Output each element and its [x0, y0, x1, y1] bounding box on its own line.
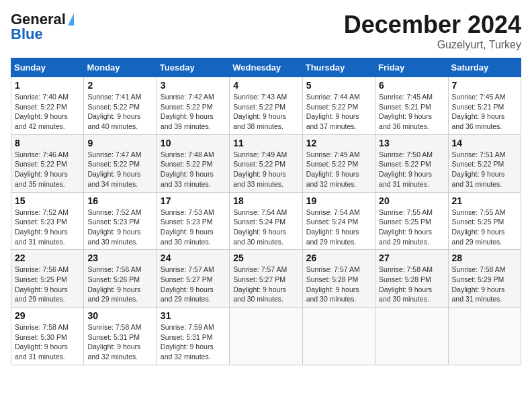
calendar-cell [375, 308, 448, 365]
calendar-week-5: 29 Sunrise: 7:58 AM Sunset: 5:30 PM Dayl… [11, 308, 521, 365]
logo: General Blue [11, 11, 74, 43]
calendar-cell: 1 Sunrise: 7:40 AM Sunset: 5:22 PM Dayli… [11, 77, 84, 135]
calendar-cell: 4 Sunrise: 7:43 AM Sunset: 5:22 PM Dayli… [230, 77, 302, 135]
day-info: Sunrise: 7:55 AM Sunset: 5:25 PM Dayligh… [452, 208, 517, 247]
day-number: 27 [379, 253, 444, 263]
day-info: Sunrise: 7:49 AM Sunset: 5:22 PM Dayligh… [306, 150, 371, 189]
calendar-cell: 17 Sunrise: 7:53 AM Sunset: 5:23 PM Dayl… [157, 192, 229, 250]
day-info: Sunrise: 7:57 AM Sunset: 5:28 PM Dayligh… [306, 265, 371, 304]
day-info: Sunrise: 7:57 AM Sunset: 5:27 PM Dayligh… [161, 265, 226, 304]
day-info: Sunrise: 7:43 AM Sunset: 5:22 PM Dayligh… [233, 92, 298, 132]
calendar-cell: 27 Sunrise: 7:58 AM Sunset: 5:28 PM Dayl… [375, 250, 448, 308]
day-number: 1 [15, 80, 80, 91]
calendar-cell: 18 Sunrise: 7:54 AM Sunset: 5:24 PM Dayl… [230, 192, 302, 250]
weekday-header-wednesday: Wednesday [230, 58, 302, 77]
day-info: Sunrise: 7:42 AM Sunset: 5:22 PM Dayligh… [161, 92, 226, 132]
day-info: Sunrise: 7:41 AM Sunset: 5:22 PM Dayligh… [87, 92, 152, 132]
calendar-cell: 26 Sunrise: 7:57 AM Sunset: 5:28 PM Dayl… [302, 250, 375, 308]
day-number: 10 [161, 138, 226, 148]
day-info: Sunrise: 7:52 AM Sunset: 5:23 PM Dayligh… [15, 208, 80, 247]
day-number: 6 [379, 80, 444, 91]
weekday-header-sunday: Sunday [11, 58, 84, 77]
day-info: Sunrise: 7:40 AM Sunset: 5:22 PM Dayligh… [15, 92, 80, 132]
calendar-cell: 5 Sunrise: 7:44 AM Sunset: 5:22 PM Dayli… [302, 77, 375, 135]
day-number: 18 [233, 195, 298, 206]
day-info: Sunrise: 7:51 AM Sunset: 5:22 PM Dayligh… [452, 150, 517, 189]
calendar-cell: 19 Sunrise: 7:54 AM Sunset: 5:24 PM Dayl… [302, 192, 375, 250]
day-number: 11 [233, 138, 298, 148]
calendar-cell: 29 Sunrise: 7:58 AM Sunset: 5:30 PM Dayl… [11, 308, 84, 365]
day-number: 16 [87, 195, 152, 206]
calendar-cell: 16 Sunrise: 7:52 AM Sunset: 5:23 PM Dayl… [84, 192, 157, 250]
day-number: 22 [15, 253, 80, 263]
calendar-cell [448, 308, 521, 365]
location-subtitle: Guzelyurt, Turkey [344, 39, 521, 51]
day-number: 3 [161, 80, 226, 91]
day-number: 13 [379, 138, 444, 148]
day-number: 7 [452, 80, 517, 91]
day-info: Sunrise: 7:45 AM Sunset: 5:21 PM Dayligh… [452, 92, 517, 132]
day-info: Sunrise: 7:54 AM Sunset: 5:24 PM Dayligh… [306, 208, 371, 247]
day-number: 31 [161, 310, 226, 321]
day-number: 29 [15, 310, 80, 321]
calendar-cell [302, 308, 375, 365]
calendar-cell: 2 Sunrise: 7:41 AM Sunset: 5:22 PM Dayli… [84, 77, 157, 135]
month-title: December 2024 [344, 11, 521, 39]
day-number: 4 [233, 80, 298, 91]
calendar-cell [230, 308, 302, 365]
day-number: 28 [452, 253, 517, 263]
day-number: 14 [452, 138, 517, 148]
day-info: Sunrise: 7:53 AM Sunset: 5:23 PM Dayligh… [161, 208, 226, 247]
weekday-header-thursday: Thursday [302, 58, 375, 77]
calendar-cell: 28 Sunrise: 7:58 AM Sunset: 5:29 PM Dayl… [448, 250, 521, 308]
day-number: 26 [306, 253, 371, 263]
page-header: General Blue December 2024 Guzelyurt, Tu… [11, 11, 521, 51]
day-number: 30 [87, 310, 152, 321]
weekday-header-friday: Friday [375, 58, 448, 77]
day-number: 19 [306, 195, 371, 206]
day-info: Sunrise: 7:49 AM Sunset: 5:22 PM Dayligh… [233, 150, 298, 189]
calendar-cell: 8 Sunrise: 7:46 AM Sunset: 5:22 PM Dayli… [11, 134, 84, 192]
calendar-cell: 30 Sunrise: 7:58 AM Sunset: 5:31 PM Dayl… [84, 308, 157, 365]
calendar-cell: 10 Sunrise: 7:48 AM Sunset: 5:22 PM Dayl… [157, 134, 229, 192]
day-number: 8 [15, 138, 80, 148]
day-info: Sunrise: 7:47 AM Sunset: 5:22 PM Dayligh… [87, 150, 152, 189]
day-number: 17 [161, 195, 226, 206]
weekday-header-saturday: Saturday [448, 58, 521, 77]
day-info: Sunrise: 7:46 AM Sunset: 5:22 PM Dayligh… [15, 150, 80, 189]
calendar-cell: 9 Sunrise: 7:47 AM Sunset: 5:22 PM Dayli… [84, 134, 157, 192]
calendar-cell: 3 Sunrise: 7:42 AM Sunset: 5:22 PM Dayli… [157, 77, 229, 135]
day-info: Sunrise: 7:56 AM Sunset: 5:25 PM Dayligh… [15, 265, 80, 304]
day-info: Sunrise: 7:58 AM Sunset: 5:30 PM Dayligh… [15, 322, 80, 362]
calendar-cell: 7 Sunrise: 7:45 AM Sunset: 5:21 PM Dayli… [448, 77, 521, 135]
calendar-week-3: 15 Sunrise: 7:52 AM Sunset: 5:23 PM Dayl… [11, 192, 521, 250]
day-info: Sunrise: 7:58 AM Sunset: 5:28 PM Dayligh… [379, 265, 444, 304]
calendar-cell: 13 Sunrise: 7:50 AM Sunset: 5:22 PM Dayl… [375, 134, 448, 192]
calendar-week-4: 22 Sunrise: 7:56 AM Sunset: 5:25 PM Dayl… [11, 250, 521, 308]
day-info: Sunrise: 7:54 AM Sunset: 5:24 PM Dayligh… [233, 208, 298, 247]
day-number: 24 [161, 253, 226, 263]
calendar-cell: 31 Sunrise: 7:59 AM Sunset: 5:31 PM Dayl… [157, 308, 229, 365]
day-number: 2 [87, 80, 152, 91]
day-info: Sunrise: 7:59 AM Sunset: 5:31 PM Dayligh… [161, 322, 226, 362]
calendar-week-1: 1 Sunrise: 7:40 AM Sunset: 5:22 PM Dayli… [11, 77, 521, 135]
day-number: 12 [306, 138, 371, 148]
calendar-cell: 11 Sunrise: 7:49 AM Sunset: 5:22 PM Dayl… [230, 134, 302, 192]
logo-triangle-icon [68, 13, 74, 26]
calendar-table: SundayMondayTuesdayWednesdayThursdayFrid… [11, 58, 521, 365]
day-info: Sunrise: 7:55 AM Sunset: 5:25 PM Dayligh… [379, 208, 444, 247]
calendar-cell: 6 Sunrise: 7:45 AM Sunset: 5:21 PM Dayli… [375, 77, 448, 135]
calendar-cell: 15 Sunrise: 7:52 AM Sunset: 5:23 PM Dayl… [11, 192, 84, 250]
day-number: 20 [379, 195, 444, 206]
calendar-cell: 20 Sunrise: 7:55 AM Sunset: 5:25 PM Dayl… [375, 192, 448, 250]
day-number: 5 [306, 80, 371, 91]
title-block: December 2024 Guzelyurt, Turkey [344, 11, 521, 51]
logo-blue: Blue [11, 26, 43, 43]
day-info: Sunrise: 7:44 AM Sunset: 5:22 PM Dayligh… [306, 92, 371, 132]
calendar-week-2: 8 Sunrise: 7:46 AM Sunset: 5:22 PM Dayli… [11, 134, 521, 192]
calendar-cell: 25 Sunrise: 7:57 AM Sunset: 5:27 PM Dayl… [230, 250, 302, 308]
day-info: Sunrise: 7:56 AM Sunset: 5:26 PM Dayligh… [87, 265, 152, 304]
calendar-cell: 24 Sunrise: 7:57 AM Sunset: 5:27 PM Dayl… [157, 250, 229, 308]
day-number: 15 [15, 195, 80, 206]
calendar-cell: 21 Sunrise: 7:55 AM Sunset: 5:25 PM Dayl… [448, 192, 521, 250]
